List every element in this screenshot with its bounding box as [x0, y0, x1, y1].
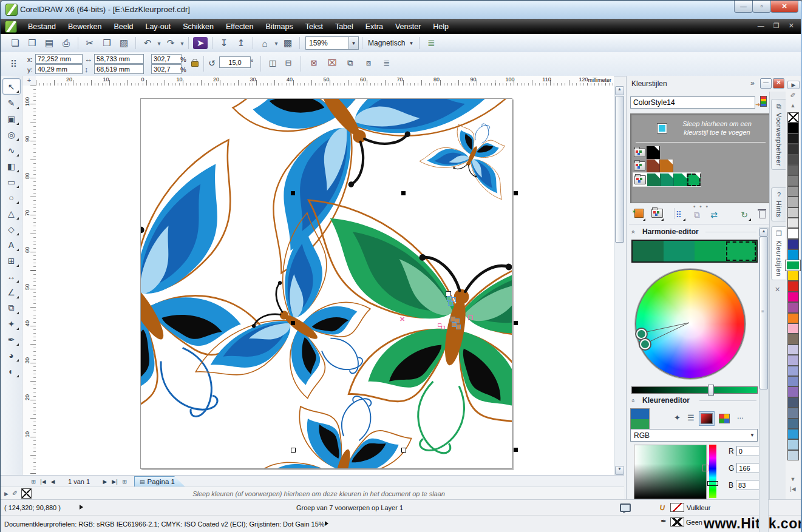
- last-page-icon[interactable]: ▶|: [110, 479, 120, 485]
- palette-color-swatch[interactable]: [787, 281, 799, 291]
- first-page-icon[interactable]: |◀: [38, 479, 48, 485]
- new-document-button-icon[interactable]: ❏: [8, 38, 22, 49]
- page-tab[interactable]: ▤ Pagina 1: [134, 476, 185, 487]
- selection-handle-top-center[interactable]: [401, 191, 406, 195]
- object-position-grid-icon[interactable]: ⠿: [10, 59, 17, 70]
- harmony-editor-swatch[interactable]: [726, 241, 756, 261]
- selection-handle-top-left[interactable]: [291, 191, 295, 195]
- docker-scroll-thumb[interactable]: ≡: [760, 237, 768, 389]
- shape-tool[interactable]: ✎: [3, 95, 20, 110]
- fill-color-swatch[interactable]: [670, 503, 684, 512]
- harmony-color-swatch[interactable]: [647, 173, 661, 186]
- vertical-ruler[interactable]: 100908070605040302010: [22, 86, 36, 475]
- new-gradient-button[interactable]: ⠿: [671, 208, 686, 221]
- undo-dropdown[interactable]: ▾: [156, 40, 162, 47]
- open-button-icon[interactable]: ❒: [25, 38, 39, 49]
- palette-color-swatch[interactable]: [787, 355, 799, 365]
- vertical-scroll-thumb[interactable]: [615, 96, 624, 243]
- mirror-vertical-button[interactable]: ⊟: [281, 57, 296, 69]
- blend-tool[interactable]: ⧉: [3, 300, 20, 315]
- merge-harmonies-button[interactable]: ⧉: [690, 208, 704, 221]
- scale-h-field[interactable]: [151, 54, 182, 64]
- convert-harmony-button[interactable]: ⇄: [707, 208, 721, 221]
- ruler-origin-icon[interactable]: +: [22, 76, 36, 86]
- fill-tool[interactable]: ◕: [3, 348, 20, 363]
- palette-color-swatch[interactable]: [787, 144, 799, 154]
- new-harmony-folder-button[interactable]: [650, 208, 664, 221]
- freehand-tool[interactable]: ∿: [3, 143, 20, 158]
- zoom-tool[interactable]: ◎: [3, 127, 20, 142]
- harmony-folder-row[interactable]: [633, 146, 660, 159]
- dimension-tool[interactable]: ↔: [3, 269, 20, 284]
- palette-scroll-up-icon[interactable]: ▲: [787, 103, 798, 109]
- rectangle-tool[interactable]: ▭: [3, 174, 20, 189]
- palette-color-swatch[interactable]: [787, 133, 799, 144]
- wrap-text-button[interactable]: ≣: [379, 57, 394, 69]
- harmony-color-swatch[interactable]: [687, 173, 701, 186]
- menu-extra[interactable]: Extra: [359, 20, 389, 33]
- pick-tool[interactable]: ↖: [2, 78, 21, 95]
- collapse-icon[interactable]: »: [630, 231, 636, 234]
- paste-button-icon[interactable]: ▨: [117, 38, 131, 49]
- document-window-controls[interactable]: — ❐ ✕: [758, 22, 798, 30]
- menu-bewerken[interactable]: Bewerken: [62, 20, 108, 33]
- palette-color-swatch[interactable]: [787, 323, 799, 334]
- crop-tool[interactable]: ▣: [3, 111, 20, 126]
- combine-button[interactable]: ⊠: [307, 57, 321, 69]
- palette-color-swatch[interactable]: [787, 186, 799, 197]
- ungroup-button[interactable]: ⌧: [325, 57, 339, 69]
- palette-color-swatch[interactable]: [787, 439, 799, 450]
- y-position-field[interactable]: [35, 64, 83, 74]
- menu-tabel[interactable]: Tabel: [329, 20, 359, 33]
- harmony-editor-swatch[interactable]: [695, 241, 726, 261]
- export-button-icon[interactable]: ↥: [234, 38, 248, 49]
- save-button-icon[interactable]: ▤: [42, 38, 56, 49]
- horizontal-ruler[interactable]: millimeter 20100102030405060708090100110…: [36, 76, 614, 86]
- palette-color-swatch[interactable]: [787, 207, 799, 218]
- harmony-color-swatch[interactable]: [661, 173, 674, 186]
- selection-handle-top-right[interactable]: [514, 191, 518, 195]
- palette-color-swatch[interactable]: [787, 271, 799, 281]
- add-page-icon[interactable]: ⊞: [120, 479, 129, 485]
- harmony-editor-swatch[interactable]: [633, 241, 664, 261]
- menu-tekst[interactable]: Tekst: [299, 20, 329, 33]
- ungroup-all-button[interactable]: ⧉: [343, 57, 358, 69]
- color-sliders-icon[interactable]: ☰: [687, 413, 695, 422]
- docker-close-button[interactable]: ✕: [773, 78, 784, 89]
- menu-bitmaps[interactable]: Bitmaps: [260, 20, 299, 33]
- palette-color-swatch[interactable]: [787, 376, 799, 386]
- docker-tab-voorwerpbeheer[interactable]: ⧉Voorwerpbeheer: [771, 99, 786, 170]
- palette-expand-icon[interactable]: |◀: [787, 486, 798, 492]
- palette-color-swatch[interactable]: [787, 419, 799, 429]
- palette-color-swatch[interactable]: [787, 408, 799, 418]
- new-color-style-button[interactable]: [631, 208, 646, 221]
- palette-color-swatch[interactable]: [787, 429, 799, 439]
- add-page-icon[interactable]: ⊞: [29, 479, 38, 485]
- basic-shapes-tool[interactable]: ◇: [3, 221, 20, 237]
- palette-flyout-icon[interactable]: ▶: [4, 491, 8, 497]
- palette-color-swatch[interactable]: [787, 175, 799, 186]
- palette-color-swatch[interactable]: [787, 450, 799, 460]
- snap-to-dropdown[interactable]: Magnetisch ▼: [365, 39, 416, 47]
- selection-handle-bottom-center[interactable]: [401, 448, 406, 453]
- palette-color-swatch[interactable]: [787, 313, 799, 323]
- scroll-up-icon[interactable]: ▲: [615, 86, 624, 95]
- color-style-drop-zone[interactable]: Sleep hierheen om een kleurstijl toe te …: [630, 113, 771, 203]
- eyedropper-icon[interactable]: ✐: [12, 490, 18, 497]
- harmony-color-swatch[interactable]: [660, 160, 673, 172]
- harmony-folder-row[interactable]: [633, 172, 701, 187]
- rotation-angle-field[interactable]: [219, 56, 251, 68]
- next-page-icon[interactable]: ▶: [100, 479, 110, 485]
- print-button-icon[interactable]: ⎙: [59, 38, 73, 49]
- selection-handle-mid-left[interactable]: [291, 321, 295, 325]
- undo-button-icon[interactable]: ↶: [140, 38, 155, 49]
- import-button-icon[interactable]: ↧: [217, 38, 231, 49]
- style-marker[interactable]: [441, 326, 445, 329]
- menu-effecten[interactable]: Effecten: [220, 20, 260, 33]
- channel-r-field[interactable]: [736, 446, 762, 456]
- selection-handle-bottom-left[interactable]: [291, 448, 296, 453]
- text-tool[interactable]: A: [3, 237, 20, 252]
- previous-page-icon[interactable]: ◀: [48, 479, 58, 485]
- docker-scrollbar[interactable]: ▲ ≡ ▼: [759, 227, 769, 532]
- palette-color-swatch[interactable]: [787, 165, 799, 175]
